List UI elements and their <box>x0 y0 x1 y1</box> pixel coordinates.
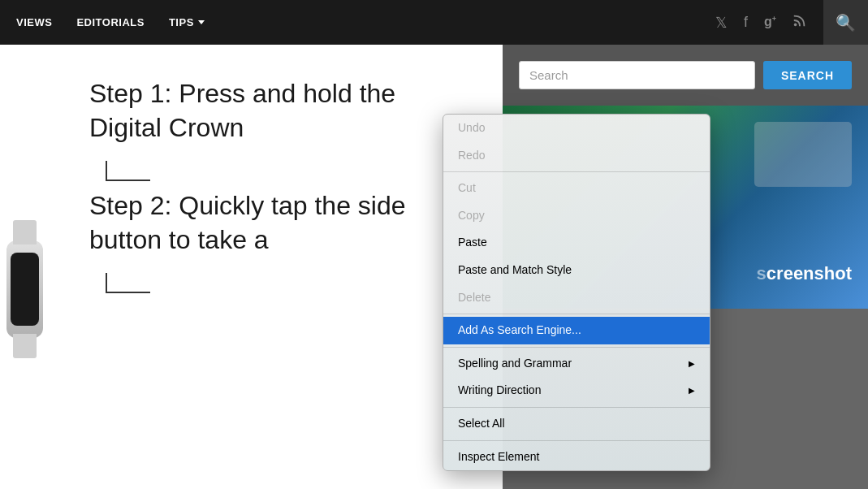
step1-diagram <box>106 161 462 181</box>
menu-item-add-search-engine-label: Add As Search Engine... <box>458 322 581 339</box>
facebook-icon[interactable]: f <box>744 14 748 31</box>
nav-item-tips-label: TIPS <box>169 16 194 28</box>
menu-separator-4 <box>443 407 710 408</box>
writing-direction-submenu-arrow: ▶ <box>689 385 695 396</box>
search-bar-area: Search SEARCH <box>503 45 868 106</box>
search-nav-button[interactable]: 🔍 <box>823 0 868 45</box>
nav-item-tips[interactable]: TIPS <box>169 16 205 28</box>
menu-item-inspect-element-label: Inspect Element <box>458 449 539 465</box>
watch-shape <box>6 240 43 338</box>
spelling-submenu-arrow: ▶ <box>689 358 695 370</box>
search-input-wrapper[interactable]: Search <box>519 61 755 89</box>
main-content: Step 1: Press and hold the Digital Crown… <box>0 45 868 489</box>
article-area: Step 1: Press and hold the Digital Crown… <box>0 45 503 489</box>
context-menu: Undo Redo Cut Copy Paste Paste and Match… <box>443 114 710 471</box>
menu-item-undo-label: Undo <box>458 120 485 136</box>
watch-screen <box>11 253 39 326</box>
menu-separator-1 <box>443 171 710 172</box>
menu-item-redo-label: Redo <box>458 148 485 164</box>
menu-item-add-search-engine[interactable]: Add As Search Engine... <box>443 317 710 344</box>
menu-item-delete[interactable]: Delete <box>443 284 710 312</box>
article-text-area: Step 1: Press and hold the Digital Crown… <box>89 77 462 293</box>
menu-item-inspect-element[interactable]: Inspect Element <box>443 444 710 471</box>
menu-item-redo[interactable]: Redo <box>443 142 710 170</box>
menu-separator-5 <box>443 440 710 441</box>
nav-items: VIEWS EDITORIALS TIPS <box>16 16 205 28</box>
step1-line <box>106 161 150 181</box>
menu-item-select-all[interactable]: Select All <box>443 410 710 438</box>
screenshot-label-s: s <box>757 263 767 283</box>
menu-item-spelling-label: Spelling and Grammar <box>458 356 572 372</box>
menu-item-copy[interactable]: Copy <box>443 202 710 230</box>
search-nav-icon: 🔍 <box>836 13 856 32</box>
menu-item-undo[interactable]: Undo <box>443 115 710 142</box>
step1-text: Step 1: Press and hold the Digital Crown <box>89 77 462 145</box>
step2-text: Step 2: Quickly tap the side button to t… <box>89 189 462 257</box>
rss-icon[interactable] <box>792 13 807 32</box>
watch-column <box>0 45 45 489</box>
search-input[interactable]: Search <box>529 68 568 82</box>
menu-item-paste-match-label: Paste and Match Style <box>458 262 572 279</box>
twitter-icon[interactable]: 𝕏 <box>715 14 728 32</box>
screenshot-label: screenshot <box>757 263 852 284</box>
menu-item-copy-label: Copy <box>458 208 485 224</box>
svg-point-0 <box>794 24 797 27</box>
menu-item-writing-direction[interactable]: Writing Direction ▶ <box>443 377 710 405</box>
watch-band-top <box>13 220 37 244</box>
menu-item-paste[interactable]: Paste <box>443 229 710 257</box>
menu-item-cut[interactable]: Cut <box>443 175 710 202</box>
menu-item-select-all-label: Select All <box>458 416 505 432</box>
macbook-illustration <box>754 122 852 187</box>
step2-line <box>106 273 150 293</box>
menu-item-paste-match[interactable]: Paste and Match Style <box>443 257 710 284</box>
menu-separator-3 <box>443 347 710 348</box>
nav-item-editorials[interactable]: EDITORIALS <box>76 16 145 28</box>
menu-item-cut-label: Cut <box>458 180 476 197</box>
menu-item-spelling[interactable]: Spelling and Grammar ▶ <box>443 350 710 378</box>
watch-area <box>0 89 49 489</box>
menu-separator-2 <box>443 314 710 314</box>
menu-item-delete-label: Delete <box>458 290 490 306</box>
googleplus-icon[interactable]: g+ <box>764 15 776 29</box>
step2-diagram <box>106 273 462 293</box>
search-button[interactable]: SEARCH <box>763 61 852 89</box>
nav-item-views[interactable]: VIEWS <box>16 16 52 28</box>
navbar: VIEWS EDITORIALS TIPS 𝕏 f g+ 🔍 <box>0 0 868 45</box>
nav-social-icons: 𝕏 f g+ 🔍 <box>715 0 852 45</box>
menu-item-writing-direction-label: Writing Direction <box>458 383 541 399</box>
tips-dropdown-arrow <box>198 20 205 24</box>
watch-band-bottom <box>13 334 37 358</box>
menu-item-paste-label: Paste <box>458 235 487 251</box>
